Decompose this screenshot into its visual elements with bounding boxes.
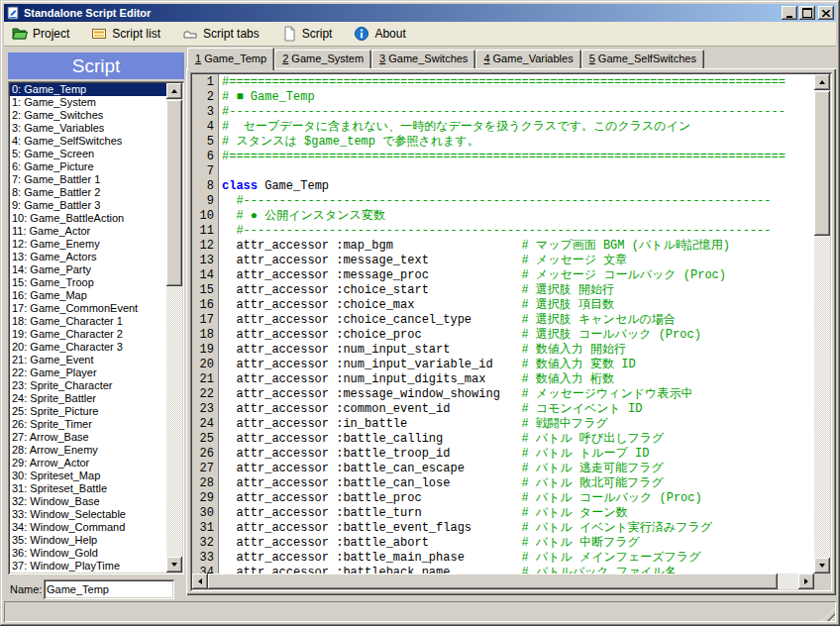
toolbar-button-label: Script tabs — [203, 27, 260, 41]
script-list-item[interactable]: 15: Game_Troop — [10, 276, 166, 289]
script-list-item[interactable]: 1: Game_System — [10, 96, 166, 109]
script-list-item[interactable]: 13: Game_Actors — [10, 251, 166, 263]
tab-label: Game_Switches — [385, 52, 468, 64]
code-line: attr_accessor :map_bgm # マップ画面 BGM (バトル時… — [222, 239, 814, 254]
scroll-down-button[interactable] — [814, 558, 830, 574]
script-list-item[interactable]: 33: Window_Selectable — [10, 508, 166, 521]
script-page-icon — [281, 26, 297, 42]
script-list-item[interactable]: 18: Game_Character 1 — [10, 315, 166, 328]
window-title: Standalone Script Editor — [24, 7, 151, 19]
tab-game-selfswitches[interactable]: 5 Game_SelfSwitches — [581, 50, 704, 68]
code-line: attr_accessor :choice_cancel_type # 選択肢 … — [222, 313, 814, 328]
script-list-item[interactable]: 24: Sprite_Battler — [10, 392, 166, 405]
script-list-item[interactable]: 27: Arrow_Base — [10, 431, 166, 444]
script-list-item[interactable]: 32: Window_Base — [10, 495, 166, 508]
code-editor: 1234567891011121314151617181920212223242… — [190, 72, 832, 591]
script-list-item[interactable]: 6: Game_Picture — [10, 160, 166, 173]
script-list-item[interactable]: 22: Game_Player — [10, 366, 166, 379]
script-list-item[interactable]: 21: Game_Event — [10, 354, 166, 366]
script-list-item[interactable]: 4: Game_SelfSwitches — [10, 135, 166, 148]
resize-grip[interactable] — [822, 608, 835, 621]
arrow-left-icon — [195, 578, 202, 584]
editor-panel: 1234567891011121314151617181920212223242… — [186, 68, 836, 595]
scroll-up-button[interactable] — [814, 74, 830, 90]
script-list-item[interactable]: 11: Game_Actor — [10, 225, 166, 238]
toolbar-button-script-list[interactable]: Script list — [87, 24, 164, 44]
script-list-item[interactable]: 10: Game_BattleAction — [10, 212, 166, 225]
code-line: attr_accessor :choice_max # 選択肢 項目数 — [222, 298, 814, 313]
script-listbox: 0: Game_Temp1: Game_System2: Game_Switch… — [8, 81, 184, 574]
script-list-item[interactable]: 26: Sprite_Timer — [10, 418, 166, 431]
scroll-right-button[interactable] — [798, 574, 814, 589]
script-list-item[interactable]: 9: Game_Battler 3 — [10, 199, 166, 212]
tab-label: Game_Variables — [490, 52, 574, 64]
tab-game-switches[interactable]: 3 Game_Switches — [371, 50, 475, 68]
script-list-item[interactable]: 31: Spriteset_Battle — [10, 482, 166, 495]
script-list-item[interactable]: 14: Game_Party — [10, 263, 166, 276]
line-number-gutter: 1234567891011121314151617181920212223242… — [192, 74, 219, 574]
editor-h-scrollbar[interactable] — [192, 574, 814, 589]
scroll-thumb[interactable] — [208, 574, 778, 589]
code-line: attr_accessor :in_battle # 戦闘中フラグ — [222, 417, 814, 432]
code-line: attr_accessor :battle_can_escape # バトル 逃… — [222, 462, 814, 476]
script-list-item[interactable]: 20: Game_Character 3 — [10, 341, 166, 354]
toolbar-button-project[interactable]: Project — [8, 24, 73, 44]
code-line: attr_accessor :num_input_variable_id # 数… — [222, 358, 814, 372]
script-list-item[interactable]: 3: Game_Variables — [10, 122, 166, 135]
code-line: #---------------------------------------… — [222, 224, 814, 239]
scrollbar-corner — [814, 574, 830, 589]
toolbar-button-about[interactable]: About — [350, 24, 409, 44]
scroll-up-button[interactable] — [166, 83, 182, 99]
name-label: Name: — [10, 583, 42, 595]
editor-v-scrollbar[interactable] — [814, 74, 830, 574]
script-list-item[interactable]: 29: Arrow_Actor — [10, 457, 166, 470]
script-list-item[interactable]: 0: Game_Temp — [10, 83, 166, 96]
tab-game-variables[interactable]: 4 Game_Variables — [475, 50, 580, 68]
script-list-item[interactable]: 35: Window_Help — [10, 534, 166, 547]
scroll-left-button[interactable] — [192, 574, 208, 589]
toolbar-button-script[interactable]: Script — [277, 24, 337, 44]
script-list-item[interactable]: 23: Sprite_Character — [10, 379, 166, 392]
script-list-item[interactable]: 12: Game_Enemy — [10, 238, 166, 251]
code-line: attr_accessor :common_event_id # コモンイベント… — [222, 402, 814, 417]
code-line: attr_accessor :battle_turn # バトル ターン数 — [222, 506, 814, 521]
toolbar-button-label: Project — [33, 27, 69, 41]
script-list-item[interactable]: 30: Spriteset_Map — [10, 470, 166, 482]
code-line: #=======================================… — [222, 75, 814, 90]
code-line: attr_accessor :choice_proc # 選択肢 コールバック … — [222, 328, 814, 343]
script-list-item[interactable]: 19: Game_Character 2 — [10, 328, 166, 341]
scroll-down-button[interactable] — [166, 557, 182, 573]
script-list-item[interactable]: 25: Sprite_Picture — [10, 405, 166, 418]
maximize-button[interactable] — [799, 6, 815, 20]
script-list-item[interactable]: 34: Window_Command — [10, 521, 166, 534]
script-list-item[interactable]: 5: Game_Screen — [10, 148, 166, 160]
arrow-down-icon — [171, 563, 177, 570]
name-input[interactable] — [44, 579, 174, 599]
titlebar[interactable]: Standalone Script Editor — [4, 4, 836, 22]
scroll-thumb[interactable] — [166, 100, 182, 286]
close-button[interactable] — [818, 6, 834, 20]
script-list-item[interactable]: 36: Window_Gold — [10, 547, 166, 560]
script-list-item[interactable]: 8: Game_Battler 2 — [10, 186, 166, 199]
toolbar-button-script-tabs[interactable]: Script tabs — [178, 24, 263, 44]
code-area[interactable]: #=======================================… — [219, 74, 814, 574]
close-icon — [822, 10, 830, 17]
tab-game-system[interactable]: 2 Game_System — [274, 50, 371, 68]
script-app-icon — [6, 6, 20, 20]
script-list-item[interactable]: 37: Window_PlayTime — [10, 560, 166, 573]
script-list-scrollbar[interactable] — [166, 83, 182, 573]
script-list-item[interactable]: 16: Game_Map — [10, 289, 166, 302]
script-list-item[interactable]: 28: Arrow_Enemy — [10, 444, 166, 457]
code-line: attr_accessor :message_proc # メッセージ コールバ… — [222, 268, 814, 283]
code-line: # ● 公開インスタンス変数 — [222, 209, 814, 224]
code-line: # ■ Game_Temp — [222, 90, 814, 105]
script-list-item[interactable]: 7: Game_Battler 1 — [10, 173, 166, 186]
toolbar-button-label: About — [374, 27, 405, 41]
minimize-button[interactable] — [782, 6, 797, 20]
tab-game-temp[interactable]: 1 Game_Temp — [187, 48, 274, 70]
script-list-item[interactable]: 2: Game_Switches — [10, 109, 166, 122]
scroll-thumb[interactable] — [814, 91, 830, 236]
script-list: 0: Game_Temp1: Game_System2: Game_Switch… — [10, 83, 166, 573]
toolbar-button-label: Script — [302, 27, 333, 41]
script-list-item[interactable]: 17: Game_CommonEvent — [10, 302, 166, 315]
